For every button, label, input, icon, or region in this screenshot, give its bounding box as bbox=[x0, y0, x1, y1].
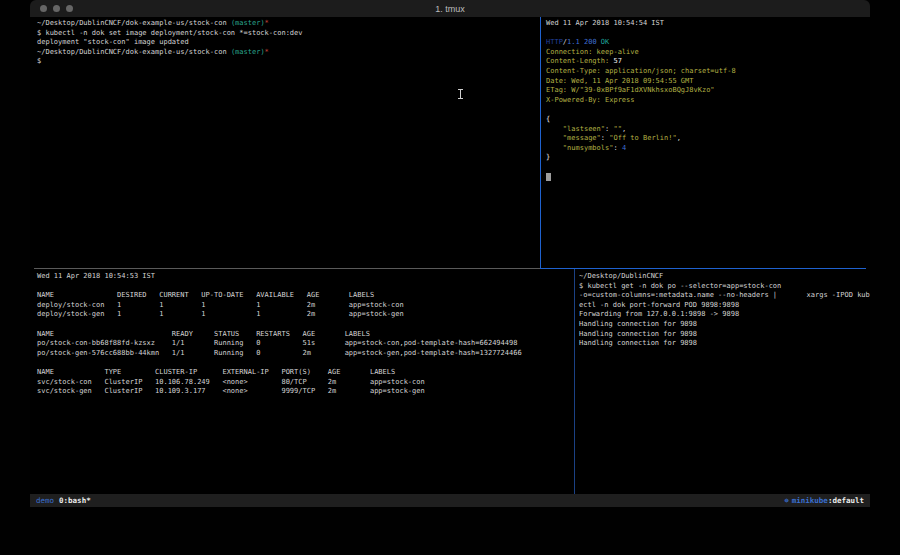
tmux-status-bar: demo 0:bash* ☸ minikube :default bbox=[30, 494, 870, 507]
text-segment: 57 bbox=[613, 57, 621, 65]
pane-bottom-right-port-forward[interactable]: ~/Desktop/DublinCNCF$ kubectl get -n dok… bbox=[576, 270, 870, 494]
terminal-line: deploy/stock-gen 1 1 1 1 2m app=stock-ge… bbox=[37, 310, 574, 320]
pane-border-horizontal-right[interactable] bbox=[540, 268, 866, 269]
terminal-line: deploy/stock-con 1 1 1 1 2m app=stock-co… bbox=[37, 301, 574, 311]
kube-context-namespace: :default bbox=[828, 496, 864, 505]
text-segment: $ kubectl -n dok set image deployment/st… bbox=[37, 29, 303, 37]
text-segment: { bbox=[546, 115, 550, 123]
terminal-line: "message": "Off to Berlin!", bbox=[546, 134, 870, 144]
text-segment: , bbox=[677, 134, 681, 142]
text-segment: X-Powered-By: Express bbox=[546, 96, 635, 104]
pane-top-right-http-response[interactable]: Wed 11 Apr 2018 10:54:54 IST HTTP/1.1 20… bbox=[542, 17, 870, 267]
terminal-line: Wed 11 Apr 2018 10:54:54 IST bbox=[546, 19, 870, 29]
terminal-line: NAME READY STATUS RESTARTS AGE LABELS bbox=[37, 330, 574, 340]
terminal-window: 1. tmux ~/Desktop/DublinCNCF/dok-example… bbox=[30, 0, 870, 507]
text-segment: Content-Type: application/json; charset=… bbox=[546, 67, 736, 75]
text-segment: deployment "stock-con" image updated bbox=[37, 38, 189, 46]
pane-bottom-left-kubectl-watch[interactable]: Wed 11 Apr 2018 10:54:53 IST NAME DESIRE… bbox=[30, 270, 574, 494]
terminal-line: Date: Wed, 11 Apr 2018 09:54:55 GMT bbox=[546, 77, 870, 87]
text-segment: $ kubectl get -n dok po --selector=app=s… bbox=[579, 282, 781, 290]
kube-context-name: minikube bbox=[792, 496, 828, 505]
text-segment: "message" bbox=[563, 134, 601, 142]
text-segment: "" bbox=[613, 125, 621, 133]
terminal-line: NAME DESIRED CURRENT UP-TO-DATE AVAILABL… bbox=[37, 291, 574, 301]
window-label[interactable]: 0:bash* bbox=[59, 496, 91, 505]
text-cursor-block bbox=[546, 173, 551, 181]
terminal-line: "numsymbols": 4 bbox=[546, 144, 870, 154]
terminal-line: Connection: keep-alive bbox=[546, 48, 870, 58]
terminal-line: deployment "stock-con" image updated bbox=[37, 38, 540, 48]
terminal-line: Forwarding from 127.0.0.1:9898 -> 9898 bbox=[579, 310, 870, 320]
terminal-line: Handling connection for 9898 bbox=[579, 339, 870, 349]
text-segment: Handling connection for 9898 bbox=[579, 330, 697, 338]
text-segment: Forwarding from 127.0.0.1:9898 -> 9898 bbox=[579, 310, 739, 318]
terminal-line: Content-Length: 57 bbox=[546, 57, 870, 67]
terminal-line: ~/Desktop/DublinCNCF bbox=[579, 272, 870, 282]
text-segment: ~/Desktop/DublinCNCF/dok-example-us/stoc… bbox=[37, 19, 231, 27]
text-segment: : bbox=[601, 134, 609, 142]
text-segment: 4 bbox=[622, 144, 626, 152]
text-segment: (master) bbox=[231, 48, 265, 56]
terminal-line: ETag: W/"39-0xBPf9aF1dXVNkhsxoBQgJ8vKzo" bbox=[546, 86, 870, 96]
terminal-line bbox=[546, 29, 870, 39]
terminal-line bbox=[37, 282, 574, 292]
terminal-line: Wed 11 Apr 2018 10:54:53 IST bbox=[37, 272, 574, 282]
terminal-line bbox=[37, 358, 574, 368]
text-segment: deploy/stock-con 1 1 1 1 2m app=stock-co… bbox=[37, 301, 404, 309]
pane-border-vertical-top[interactable] bbox=[540, 17, 541, 268]
text-segment bbox=[546, 134, 563, 142]
terminal-line: Handling connection for 9898 bbox=[579, 320, 870, 330]
text-segment: NAME DESIRED CURRENT UP-TO-DATE AVAILABL… bbox=[37, 291, 374, 299]
text-segment: ~/Desktop/DublinCNCF/dok-example-us/stoc… bbox=[37, 48, 231, 56]
text-segment: Content-Length: bbox=[546, 57, 613, 65]
text-segment: Handling connection for 9898 bbox=[579, 320, 697, 328]
text-segment bbox=[546, 144, 563, 152]
terminal-line: $ kubectl get -n dok po --selector=app=s… bbox=[579, 282, 870, 292]
terminal-line: Content-Type: application/json; charset=… bbox=[546, 67, 870, 77]
text-segment bbox=[546, 125, 563, 133]
pane-border-horizontal-left[interactable] bbox=[34, 268, 540, 269]
text-segment: ~/Desktop/DublinCNCF bbox=[579, 272, 663, 280]
terminal-line bbox=[546, 163, 870, 173]
text-segment: "Off to Berlin!" bbox=[609, 134, 676, 142]
terminal-line: NAME TYPE CLUSTER-IP EXTERNAL-IP PORT(S)… bbox=[37, 368, 574, 378]
pane-top-left-shell[interactable]: ~/Desktop/DublinCNCF/dok-example-us/stoc… bbox=[30, 17, 540, 267]
terminal-line: -o=custom-columns=:metadata.name --no-he… bbox=[579, 291, 870, 301]
text-segment: -o=custom-columns=:metadata.name --no-he… bbox=[579, 291, 870, 299]
text-segment: , bbox=[622, 125, 626, 133]
terminal-line: svc/stock-gen ClusterIP 10.109.3.177 <no… bbox=[37, 387, 574, 397]
text-segment: Wed 11 Apr 2018 10:54:54 IST bbox=[546, 19, 664, 27]
text-segment: svc/stock-con ClusterIP 10.106.78.249 <n… bbox=[37, 378, 425, 386]
pane-border-vertical-bottom[interactable] bbox=[574, 269, 575, 494]
terminal-line: } bbox=[546, 153, 870, 163]
text-segment: svc/stock-gen ClusterIP 10.109.3.177 <no… bbox=[37, 387, 425, 395]
terminal-line bbox=[37, 320, 574, 330]
text-segment: ectl -n dok port-forward POD 9898:9898 bbox=[579, 301, 739, 309]
terminal-line: ~/Desktop/DublinCNCF/dok-example-us/stoc… bbox=[37, 19, 540, 29]
session-name: demo bbox=[36, 496, 54, 505]
text-segment: Date: Wed, 11 Apr 2018 09:54:55 GMT bbox=[546, 77, 694, 85]
text-segment: Wed 11 Apr 2018 10:54:53 IST bbox=[37, 272, 155, 280]
terminal-line: po/stock-con-bb68f88fd-kzsxz 1/1 Running… bbox=[37, 339, 574, 349]
text-segment: 1.1 bbox=[567, 38, 580, 46]
window-title: 1. tmux bbox=[30, 4, 870, 14]
terminal-line: svc/stock-con ClusterIP 10.106.78.249 <n… bbox=[37, 378, 574, 388]
status-right: ☸ minikube :default bbox=[785, 496, 864, 505]
terminal-line: po/stock-gen-576cc688bb-44kmn 1/1 Runnin… bbox=[37, 349, 574, 359]
terminal-line: Handling connection for 9898 bbox=[579, 330, 870, 340]
terminal-line: HTTP/1.1 200 OK bbox=[546, 38, 870, 48]
text-segment: Connection: keep-alive bbox=[546, 48, 639, 56]
text-segment: NAME TYPE CLUSTER-IP EXTERNAL-IP PORT(S)… bbox=[37, 368, 395, 376]
kubernetes-icon: ☸ bbox=[785, 497, 789, 505]
text-segment: (master) bbox=[231, 19, 265, 27]
terminal-line: ~/Desktop/DublinCNCF/dok-example-us/stoc… bbox=[37, 48, 540, 58]
terminal-line bbox=[546, 173, 870, 183]
terminal-line: "lastseen": "", bbox=[546, 125, 870, 135]
text-segment: Handling connection for 9898 bbox=[579, 339, 697, 347]
text-segment: po/stock-con-bb68f88fd-kzsxz 1/1 Running… bbox=[37, 339, 517, 347]
title-bar: 1. tmux bbox=[30, 0, 870, 17]
mouse-ibeam-cursor bbox=[457, 89, 464, 99]
terminal-line: X-Powered-By: Express bbox=[546, 96, 870, 106]
terminal-line bbox=[546, 105, 870, 115]
text-segment: "lastseen" bbox=[563, 125, 605, 133]
